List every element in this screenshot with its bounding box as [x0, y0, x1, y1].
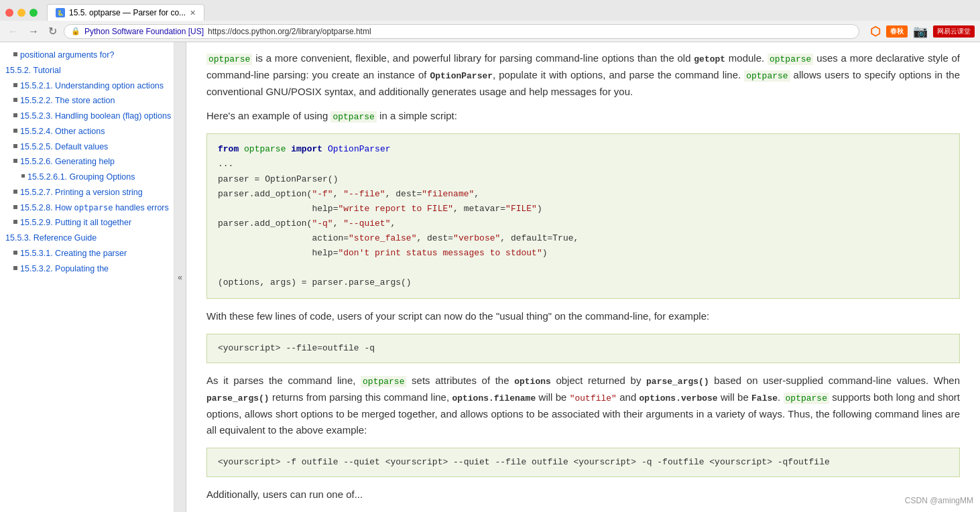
content-area: optparse is a more convenient, flexible,… [186, 42, 980, 512]
reload-btn[interactable]: ↻ [46, 23, 60, 39]
code-block-3: <yourscript> -f outfile --quiet <yourscr… [206, 448, 960, 477]
bullet-icon [13, 159, 17, 163]
tab-bar: 🐍 15.5. optparse — Parser for co... ✕ [0, 0, 980, 21]
sidebar-item-other-actions[interactable]: 15.5.2.4. Other actions [0, 125, 174, 138]
bullet-icon [13, 83, 17, 87]
sidebar-item-pos-args[interactable]: positional arguments for? [0, 49, 174, 62]
bullet-icon [13, 220, 17, 224]
bullet-icon [13, 113, 17, 117]
browser-chrome: 🐍 15.5. optparse — Parser for co... ✕ ← … [0, 0, 980, 42]
tab-close-btn[interactable]: ✕ [190, 9, 196, 17]
sidebar-collapse-btn[interactable]: « [174, 42, 186, 512]
active-tab[interactable]: 🐍 15.5. optparse — Parser for co... ✕ [47, 4, 204, 21]
forward-btn[interactable]: → [25, 24, 42, 39]
sidebar-item-populating[interactable]: 15.5.3.2. Populating the [0, 263, 174, 275]
sidebar-item-creating-parser[interactable]: 15.5.3.1. Creating the parser [0, 247, 174, 260]
sidebar-item-version[interactable]: 15.5.2.7. Printing a version string [0, 186, 174, 199]
window-controls [5, 9, 38, 17]
back-btn[interactable]: ← [5, 24, 21, 39]
bullet-icon [13, 205, 17, 209]
address-bar[interactable]: 🔒 Python Software Foundation [US] https:… [64, 24, 859, 39]
bullet-icon [21, 174, 25, 178]
code-block-1: from optparse import OptionParser ... pa… [206, 133, 960, 299]
sidebar-item-boolean[interactable]: 15.5.2.3. Handling boolean (flag) option… [0, 110, 174, 123]
sidebar-item-ref-guide[interactable]: 15.5.3. Reference Guide [0, 232, 174, 245]
main-area: positional arguments for? 15.5.2. Tutori… [0, 42, 980, 512]
bullet-icon [13, 251, 17, 255]
address-bar-row: ← → ↻ 🔒 Python Software Foundation [US] … [0, 21, 980, 42]
sidebar-item-grouping[interactable]: 15.5.2.6.1. Grouping Options [0, 171, 174, 184]
bullet-icon [13, 52, 17, 56]
sidebar-item-gen-help[interactable]: 15.5.2.6. Generating help [0, 155, 174, 168]
with-these-lines-para: With these few lines of code, users of y… [206, 308, 960, 324]
intro-paragraph: optparse is a more convenient, flexible,… [206, 50, 960, 100]
code-block-2: <yourscript> --file=outfile -q [206, 334, 960, 363]
bullet-icon [13, 266, 17, 270]
sidebar-item-store[interactable]: 15.5.2.2. The store action [0, 94, 174, 107]
maximize-window-btn[interactable] [29, 9, 38, 17]
logo-chunqiu: 春秋 [886, 25, 908, 38]
sidebar-item-understanding[interactable]: 15.5.2.1. Understanding option actions [0, 80, 174, 92]
url-text: https://docs.python.org/2/library/optpar… [208, 27, 371, 36]
bullet-icon [13, 98, 17, 102]
sidebar-item-tutorial[interactable]: 15.5.2. Tutorial [0, 64, 174, 77]
top-right-logos: ⬡ 春秋 📷 网易云课堂 [870, 24, 975, 39]
logo-wangyi: 网易云课堂 [933, 25, 975, 38]
sidebar: positional arguments for? 15.5.2. Tutori… [0, 42, 174, 512]
bullet-icon [13, 129, 17, 133]
example-intro-para: Here's an example of using optparse in a… [206, 108, 960, 125]
bullet-icon [13, 190, 17, 194]
bullet-icon [13, 144, 17, 148]
tab-favicon: 🐍 [56, 8, 65, 17]
lock-icon: 🔒 [71, 27, 80, 36]
sidebar-item-default[interactable]: 15.5.2.5. Default values [0, 141, 174, 153]
tab-title: 15.5. optparse — Parser for co... [69, 8, 186, 17]
as-it-parses-para: As it parses the command line, optparse … [206, 373, 960, 438]
close-window-btn[interactable] [5, 9, 13, 17]
watermark: CSDN @amingMM [905, 496, 973, 505]
minimize-window-btn[interactable] [17, 9, 25, 17]
additionally-para: Additionally, users can run one of... [206, 487, 960, 503]
url-security-label: Python Software Foundation [US] [84, 27, 204, 36]
sidebar-item-handles-errors[interactable]: 15.5.2.8. How optparse handles errors [0, 202, 174, 214]
sidebar-item-putting-together[interactable]: 15.5.2.9. Putting it all together [0, 216, 174, 229]
